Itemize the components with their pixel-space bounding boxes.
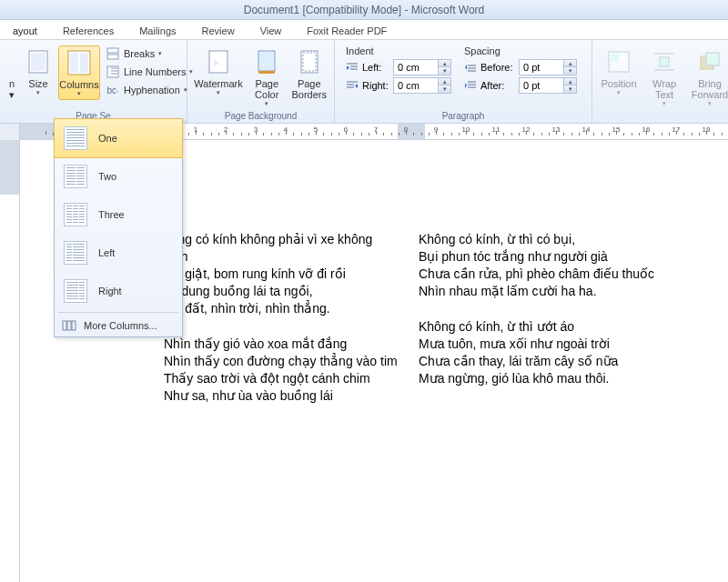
bring-forward-button: Bring Forward ▾ [689,45,728,109]
generic-icon [6,47,17,76]
indent-left-icon [346,61,359,74]
tab-references[interactable]: References [50,23,126,39]
doc-line[interactable]: Nhìn thấy gió vào xoa mắt đắng [164,336,398,353]
spin-up[interactable]: ▴ [563,78,576,85]
breaks-button[interactable]: Breaks ▾ [104,45,195,62]
tab-layout[interactable]: ayout [0,23,50,39]
doc-column-2: Không có kính, ừ thì có bụi, Bụi phun tó… [419,231,654,406]
watermark-button[interactable]: A Watermark ▾ [193,45,244,98]
columns-option-three[interactable]: Three [55,196,182,234]
spacing-before-input[interactable] [520,62,563,73]
page-color-icon [252,47,281,76]
group-paragraph: Indent Left: ▴▾ Right: ▴▾ [335,40,592,123]
partial-button[interactable]: n▾ [5,45,18,102]
dropdown-separator [58,312,178,313]
spin-down[interactable]: ▾ [438,85,450,93]
doc-line[interactable]: Như sa, như ùa vào buồng lái [164,387,398,405]
columns-more[interactable]: More Columns... [55,315,182,336]
doc-line[interactable]: Mưa tuôn, mưa xối như ngoài trời [419,336,654,353]
group-page-background: A Watermark ▾ Page Color ▾ Page Borders … [187,40,335,123]
stanza-1-1: hông có kính không phải vì xe không kính… [164,231,398,317]
doc-line[interactable]: Chưa cần rửa, phì phèo châm điếu thuốc [419,266,654,283]
wrap-label: Wrap Text [652,78,676,100]
ruler-corner [0,124,20,140]
spacing-after-row: After: ▴▾ [464,77,577,94]
hyphenation-icon: bc- [106,83,120,97]
indent-right-spinbox[interactable]: ▴▾ [393,77,451,94]
doc-line[interactable]: Mưa ngừng, gió lùa khô mau thôi. [419,370,654,387]
hyphenation-label: Hyphenation [124,85,180,95]
size-button[interactable]: Size ▾ [22,45,55,98]
doc-line[interactable]: Nhìn nhau mặt lấm cười ha ha. [419,283,654,300]
indent-right-input[interactable] [394,80,438,91]
indent-header: Indent [346,45,451,56]
partial-label: n▾ [9,78,15,100]
columns-option-right[interactable]: Right [55,272,182,310]
group-arrange: Position ▾ Wrap Text ▾ Bring Forward ▾ [592,40,728,123]
wrap-icon [650,47,679,76]
line-numbers-button[interactable]: Line Numbers ▾ [104,64,195,80]
doc-line[interactable]: Thấy sao trời và đột ngột cánh chim [164,370,398,387]
columns-two-label: Two [98,171,116,182]
doc-line[interactable]: Không có kính, ừ thì ướt áo [419,318,654,336]
spin-up[interactable]: ▴ [563,60,576,67]
indent-left-spinbox[interactable]: ▴▾ [393,59,451,75]
spacing-before-icon [464,61,477,74]
doc-line[interactable]: hông có kính không phải vì xe không [164,231,398,248]
indent-right-label: Right: [362,80,389,91]
spin-up[interactable]: ▴ [438,78,450,85]
indent-right-row: Right: ▴▾ [346,77,451,94]
breaks-label: Breaks [124,48,155,59]
spacing-after-input[interactable] [520,80,563,91]
tab-foxit[interactable]: Foxit Reader PDF [294,23,399,39]
chevron-down-icon: ▾ [36,89,40,96]
spacing-header: Spacing [464,45,577,56]
vertical-ruler[interactable] [0,140,20,582]
spin-up[interactable]: ▴ [438,60,450,67]
indent-block: Indent Left: ▴▾ Right: ▴▾ [346,45,451,94]
svg-rect-35 [706,53,719,65]
tab-review[interactable]: Review [189,23,248,39]
columns-icon [65,48,94,77]
tab-view[interactable]: View [248,23,295,39]
doc-line[interactable]: hìn đất, nhìn trời, nhìn thẳng. [164,300,398,317]
columns-option-two[interactable]: Two [55,157,182,196]
page-borders-icon [295,47,324,76]
page-color-button[interactable]: Page Color ▾ [248,45,286,109]
columns-button[interactable]: Columns ▾ [58,45,100,100]
svg-rect-1 [31,53,46,71]
doc-line[interactable]: Chưa cần thay, lái trăm cây số nữa [419,353,654,370]
page-borders-button[interactable]: Page Borders [289,45,329,102]
spin-down[interactable]: ▾ [563,85,576,93]
svg-rect-15 [301,51,318,73]
watermark-icon: A [204,47,233,76]
indent-left-input[interactable] [394,62,438,73]
spin-down[interactable]: ▾ [438,67,450,75]
indent-left-row: Left: ▴▾ [346,59,451,75]
spacing-after-label: After: [480,80,515,91]
position-button: Position ▾ [598,45,640,98]
svg-rect-5 [107,48,118,53]
stanza-2-1: Không có kính, ừ thì có bụi, Bụi phun tó… [419,231,654,300]
ribbon: n▾ Size ▾ Columns ▾ Breaks ▾ [0,40,728,124]
spin-down[interactable]: ▾ [563,67,576,75]
doc-line[interactable]: kính [164,248,398,266]
stanza-1-2: Nhìn thấy gió vào xoa mắt đắng Nhìn thấy… [164,336,398,405]
line-numbers-icon [106,65,120,79]
doc-line[interactable]: Nhìn thấy con đường chạy thẳng vào tim [164,353,398,370]
hyphenation-button[interactable]: bc- Hyphenation ▾ [104,82,195,98]
spacing-after-spinbox[interactable]: ▴▾ [519,77,577,94]
size-icon [24,47,53,76]
columns-right-label: Right [98,286,122,296]
columns-option-left[interactable]: Left [55,234,182,272]
stanza-2-2: Không có kính, ừ thì ướt áo Mưa tuôn, mư… [419,318,654,387]
doc-line[interactable]: ng dung buồng lái ta ngồi, [164,283,398,300]
doc-line[interactable]: om giật, bom rung kính vỡ đi rồi [164,266,398,283]
columns-option-one[interactable]: One [54,118,183,158]
doc-line[interactable]: Bụi phun tóc trắng như người già [419,248,654,266]
group-label-paragraph: Paragraph [335,111,592,121]
spacing-before-spinbox[interactable]: ▴▾ [519,59,577,75]
doc-line[interactable]: Không có kính, ừ thì có bụi, [419,231,654,248]
svg-rect-38 [72,321,76,330]
tab-mailings[interactable]: Mailings [126,23,188,39]
